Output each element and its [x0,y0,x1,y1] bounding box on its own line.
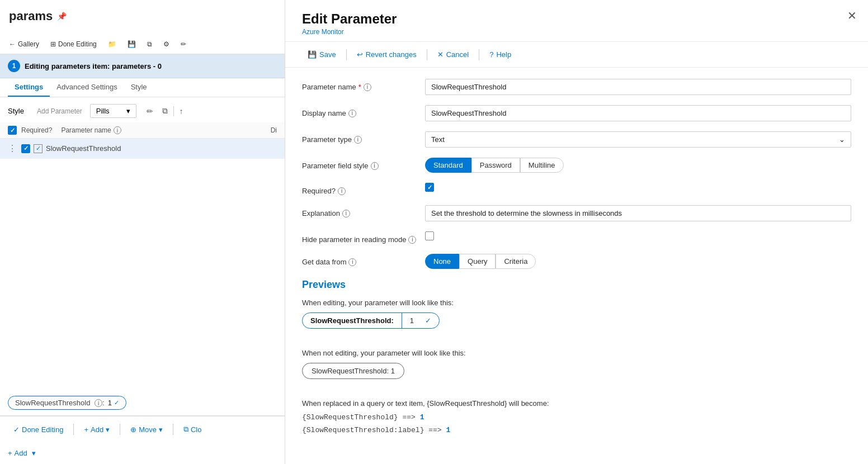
reading-preview-desc: When not editing, your parameter will lo… [302,349,851,357]
criteria-toggle[interactable]: Criteria [496,254,536,269]
param-name-info-icon: i [364,83,371,91]
copy-icon: ⧉ [147,40,152,48]
none-toggle[interactable]: None [425,254,459,269]
editing-pill-label: SlowRequestThreshold: [303,313,402,328]
done-editing-button[interactable]: ⊞ Done Editing [46,38,101,50]
pill-value: 1 ✓ [108,399,119,407]
tab-settings[interactable]: Settings [8,78,50,97]
param-checkbox[interactable]: ✓ [21,144,30,153]
get-data-row: Get data from i None Query Criteria [302,254,851,269]
revert-label: Revert changes [366,50,417,59]
copy-button[interactable]: ⧉ [143,38,157,50]
edit-button[interactable]: ✏ [176,38,191,50]
left-header: params 📌 [0,0,285,35]
right-content: Parameter name * i Display name i Parame… [285,68,868,464]
add-parameter-button[interactable]: Add Parameter [34,106,86,117]
chevron-down-icon: ▾ [126,107,130,115]
right-toolbar-sep-2 [427,49,427,60]
list-header-check: ✓ [8,126,21,135]
clone-style-button[interactable]: ⧉ [159,105,171,117]
bottom-sep-3 [173,424,173,435]
editing-text: Editing parameters item: parameters - 0 [25,62,162,70]
style-value: Pills [96,107,110,115]
bottom-sep-2 [120,424,120,435]
explanation-row: Explanation i [302,205,851,221]
save-label: Save [319,50,336,59]
password-toggle[interactable]: Password [471,158,520,173]
required-info-icon: i [338,187,346,195]
folder-button[interactable]: 📁 [103,38,121,50]
param-pill[interactable]: SlowRequestThreshold i: 1 ✓ [8,396,126,410]
move-bottom-button[interactable]: ⊕ Move ▾ [125,423,168,437]
close-button[interactable]: ✕ [847,9,857,22]
revert-button[interactable]: ↩ Revert changes [351,48,422,61]
add-chevron-icon: ▾ [106,425,110,434]
display-name-input[interactable] [425,105,851,121]
select-all-checkbox[interactable]: ✓ [8,126,17,135]
add-row-plus-icon: + [8,449,12,457]
save-right-button[interactable]: 💾 Save [302,48,342,61]
explanation-input[interactable] [425,205,851,221]
field-style-info-icon: i [371,162,379,170]
cancel-button[interactable]: ✕ Cancel [432,48,474,61]
hide-reading-checkbox[interactable] [425,231,434,240]
clone-bottom-button[interactable]: ⧉ Clo [178,422,207,437]
style-actions: ✏ ⧉ ↑ [143,105,187,117]
right-subtitle: Azure Monitor [302,28,851,36]
move-chevron-icon: ▾ [159,425,163,434]
bottom-done-editing-button[interactable]: ✓ Done Editing [8,423,69,437]
gallery-button[interactable]: ← Gallery [4,38,44,50]
query-toggle[interactable]: Query [459,254,496,269]
hide-reading-row: Hide parameter in reading mode i [302,231,851,244]
field-style-label: Parameter field style i [302,158,425,170]
parameter-type-select[interactable]: Text ⌄ [425,131,851,148]
pill-info-icon: i [95,399,102,407]
field-style-row: Parameter field style i Standard Passwor… [302,158,851,173]
required-checkbox[interactable]: ✓ [425,183,434,192]
save-icon: 💾 [308,50,317,59]
help-icon: ? [489,50,493,59]
grid-icon: ⊞ [50,40,56,48]
display-name-row: Display name i [302,105,851,121]
save-button[interactable]: 💾 [123,38,140,50]
code-line-2: {SlowRequestThreshold:label} ==> 1 [302,426,851,434]
tab-style[interactable]: Style [124,78,154,97]
multiline-toggle[interactable]: Multiline [520,158,564,173]
explanation-info-icon: i [342,210,350,217]
parameter-name-input[interactable] [425,79,851,95]
floppy-icon: 💾 [128,40,136,48]
cancel-label: Cancel [446,50,469,59]
editing-pill-value: 1 ✓ [402,313,439,328]
help-button[interactable]: ? Help [484,48,517,61]
clone-icon: ⧉ [183,425,188,434]
parameter-type-value: Text [431,135,445,144]
parameter-name-row: Parameter name * i [302,79,851,95]
hide-reading-checkbox-container [425,231,434,240]
move-up-button[interactable]: ↑ [176,105,187,117]
right-title: Edit Parameter [302,11,851,27]
done-editing-bottom-label: Done Editing [22,425,63,434]
right-toolbar-sep-1 [346,49,347,60]
add-bottom-button[interactable]: + Add ▾ [78,423,115,437]
parameter-name-label: Parameter name * i [302,79,425,91]
add-row[interactable]: + Add ▾ [0,442,285,464]
pencil-icon: ✏ [181,40,186,48]
type-chevron-icon: ⌄ [839,135,845,144]
drag-handle-icon[interactable]: ⋮ [8,143,17,154]
style-dropdown[interactable]: Pills ▾ [90,104,136,118]
tab-advanced-settings[interactable]: Advanced Settings [50,78,124,97]
display-header: Di [271,126,277,134]
pin-icon[interactable]: 📌 [57,12,67,21]
right-toolbar-sep-3 [479,49,479,60]
edit-style-button[interactable]: ✏ [143,105,157,117]
checkmark-icon: ✓ [13,425,20,434]
params-title: params 📌 [9,9,276,23]
code-section: {SlowRequestThreshold} ==> 1 {SlowReques… [302,413,851,434]
main-toolbar: ← Gallery ⊞ Done Editing 📁 💾 ⧉ ⚙ ✏ [0,35,285,54]
param-type-info-icon: i [354,136,362,144]
add-label: Add [91,425,103,434]
editing-banner: 1 Editing parameters item: parameters - … [0,54,285,78]
settings-button[interactable]: ⚙ [159,38,174,50]
right-header: Edit Parameter Azure Monitor [285,0,868,42]
standard-toggle[interactable]: Standard [425,158,471,173]
